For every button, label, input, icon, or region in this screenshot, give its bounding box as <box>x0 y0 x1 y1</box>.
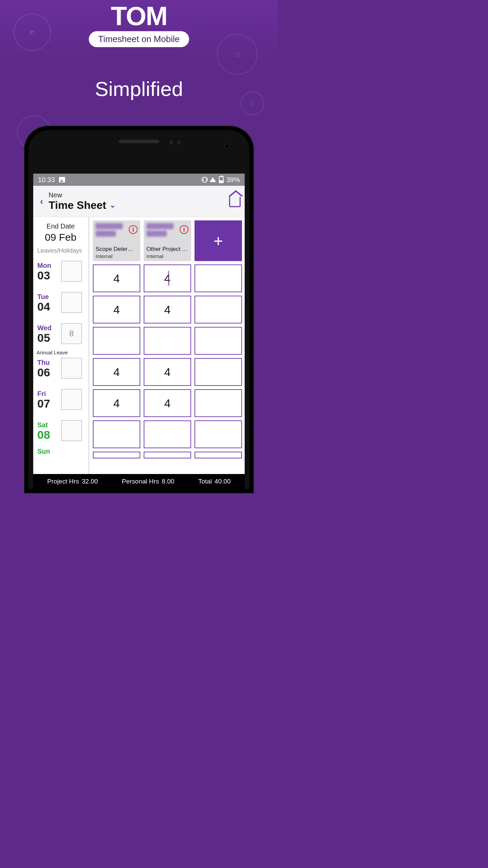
leave-input[interactable] <box>61 261 82 282</box>
hour-cell[interactable]: 4 <box>144 389 191 417</box>
plus-icon: + <box>214 232 223 250</box>
project-name: Scope Determin… <box>96 246 138 253</box>
project-hours-label: Project Hrs <box>47 478 79 485</box>
image-icon <box>59 177 65 182</box>
day-of-month: 07 <box>37 398 61 409</box>
day-of-week: Mon <box>37 262 61 270</box>
bg-decoration-icon: ☲ <box>241 92 264 115</box>
total-hours-label: Total <box>198 478 212 485</box>
day-row: Thu06 <box>33 353 88 384</box>
battery-percent: 39% <box>226 176 240 184</box>
totals-bar: Project Hrs32.00 Personal Hrs8.00 Total4… <box>33 474 245 489</box>
end-date-block: End Date 09 Feb <box>33 217 88 246</box>
hour-cell[interactable] <box>93 327 140 355</box>
project-column: i Other Project A… Internal 4 4 4 4 <box>144 220 191 474</box>
status-time: 10:33 <box>38 176 55 184</box>
hour-cell[interactable] <box>195 264 242 292</box>
hour-cell[interactable]: 4 <box>93 296 140 323</box>
day-of-week: Tue <box>37 293 61 301</box>
phone-camera <box>224 144 229 149</box>
tagline: Simplified <box>0 77 278 101</box>
hour-cell[interactable] <box>195 296 242 323</box>
app-header: ‹ New Time Sheet ⌄ <box>33 186 245 217</box>
day-row: Fri07 <box>33 384 88 415</box>
day-of-week: Fri <box>37 390 61 398</box>
project-type: Internal <box>146 253 188 259</box>
day-row: Mon03 <box>33 256 88 287</box>
hour-cell[interactable]: 4 <box>93 264 140 292</box>
phone-speaker <box>119 140 159 143</box>
add-project-column: + <box>195 220 242 474</box>
hour-cell[interactable] <box>195 389 242 417</box>
vibrate-icon <box>203 177 207 182</box>
day-row: Wed05 8 Annual Leave <box>33 318 88 349</box>
hour-cell[interactable] <box>144 452 191 458</box>
hour-cell[interactable]: 4 <box>144 358 191 386</box>
hour-cell[interactable] <box>195 327 242 355</box>
hour-cell[interactable] <box>195 420 242 448</box>
hour-cell[interactable]: 4 <box>144 264 191 292</box>
battery-icon <box>219 176 224 183</box>
brand-subtitle: Timesheet on Mobile <box>89 31 189 47</box>
status-bar: 10:33 39% <box>33 174 245 186</box>
leave-input[interactable] <box>61 358 82 379</box>
hour-cell[interactable] <box>144 327 191 355</box>
phone-sensors <box>169 140 181 144</box>
bg-decoration-icon: ◩ <box>14 14 51 51</box>
header-subtitle: New <box>48 191 229 199</box>
hour-cell[interactable] <box>93 452 140 458</box>
project-type: Internal <box>96 253 138 259</box>
leave-input[interactable] <box>61 420 82 441</box>
chevron-down-icon[interactable]: ⌄ <box>109 201 116 210</box>
info-icon[interactable]: i <box>129 225 138 234</box>
day-of-month: 05 <box>37 332 61 343</box>
day-row: Sat08 <box>33 415 88 446</box>
hour-cell[interactable]: 4 <box>93 358 140 386</box>
leaves-header: Leaves/Holidays <box>33 246 88 256</box>
date-column: End Date 09 Feb Leaves/Holidays Mon03 Tu… <box>33 217 89 474</box>
app-screen: 10:33 39% ‹ New <box>33 174 245 489</box>
day-of-month: 04 <box>37 301 61 312</box>
personal-hours-label: Personal Hrs <box>122 478 159 485</box>
leave-input[interactable] <box>61 292 82 313</box>
hour-cell[interactable] <box>195 358 242 386</box>
project-hours-value: 32.00 <box>82 478 98 485</box>
day-of-month: 03 <box>37 270 61 281</box>
total-hours-value: 40.00 <box>215 478 231 485</box>
leave-input[interactable] <box>61 389 82 410</box>
project-header[interactable]: i Scope Determin… Internal <box>93 220 140 261</box>
day-of-week: Sat <box>37 421 61 429</box>
hour-cell[interactable]: 4 <box>93 389 140 417</box>
hour-cell[interactable] <box>93 420 140 448</box>
back-button[interactable]: ‹ <box>37 193 46 210</box>
end-date-label: End Date <box>37 222 85 230</box>
day-row: Tue04 <box>33 287 88 318</box>
day-of-week: Wed <box>37 324 61 332</box>
phone-frame: 10:33 39% ‹ New <box>24 125 254 494</box>
project-column: i Scope Determin… Internal 4 4 4 4 <box>93 220 140 474</box>
info-icon[interactable]: i <box>180 225 188 234</box>
header-title: Time Sheet <box>48 199 106 212</box>
project-columns: i Scope Determin… Internal 4 4 4 4 <box>89 217 245 474</box>
end-date-value: 09 Feb <box>37 232 85 243</box>
hour-cell[interactable] <box>195 452 242 458</box>
personal-hours-value: 8.00 <box>162 478 174 485</box>
bg-decoration-icon: ◫ <box>217 34 258 75</box>
add-project-button[interactable]: + <box>195 220 242 261</box>
project-name: Other Project A… <box>146 246 188 253</box>
wifi-icon <box>209 177 216 182</box>
project-header[interactable]: i Other Project A… Internal <box>144 220 191 261</box>
hour-cell[interactable]: 4 <box>144 296 191 323</box>
leave-input[interactable]: 8 <box>61 323 82 344</box>
day-of-week: Thu <box>37 359 61 367</box>
day-row: Sun <box>33 446 88 456</box>
day-of-month: 06 <box>37 367 61 378</box>
hour-cell[interactable] <box>144 420 191 448</box>
brand-title: TOM <box>111 3 167 29</box>
day-of-week: Sun <box>37 448 61 455</box>
timesheet-grid: End Date 09 Feb Leaves/Holidays Mon03 Tu… <box>33 217 245 474</box>
home-icon[interactable] <box>229 196 241 207</box>
day-of-month: 08 <box>37 429 61 440</box>
